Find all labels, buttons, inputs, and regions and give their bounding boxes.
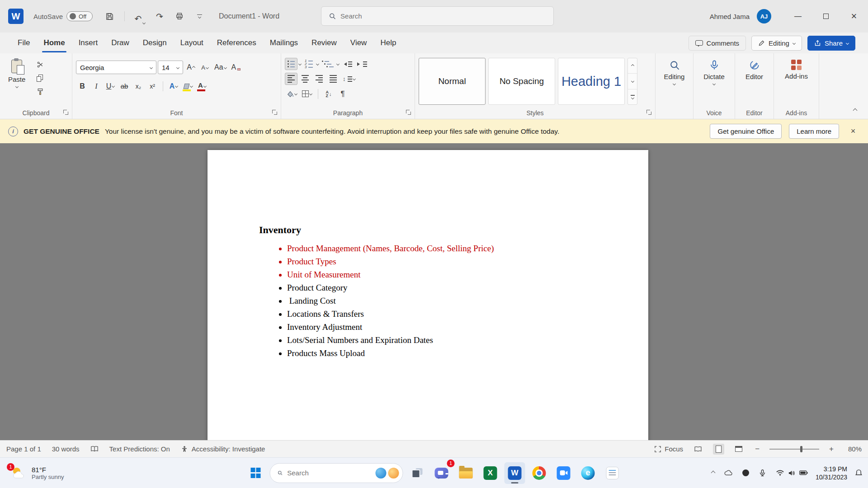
font-color-button[interactable]: A bbox=[196, 80, 208, 92]
dictate-button[interactable]: Dictate bbox=[697, 57, 731, 85]
shading-button[interactable] bbox=[285, 88, 299, 100]
align-center-button[interactable] bbox=[299, 73, 311, 85]
banner-close-button[interactable]: × bbox=[846, 125, 860, 138]
quick-print-button[interactable] bbox=[172, 9, 187, 24]
tab-review[interactable]: Review bbox=[305, 33, 344, 53]
read-mode-button[interactable] bbox=[691, 444, 705, 454]
tab-draw[interactable]: Draw bbox=[104, 33, 136, 53]
undo-button[interactable]: ↶ bbox=[132, 9, 147, 24]
paragraph-dialog-launcher[interactable] bbox=[406, 110, 411, 115]
text-predictions[interactable]: Text Predictions: On bbox=[109, 445, 170, 453]
decrease-indent-button[interactable] bbox=[340, 58, 354, 70]
autosave-toggle[interactable]: Off bbox=[66, 11, 93, 21]
tab-mailings[interactable]: Mailings bbox=[263, 33, 305, 53]
list-item[interactable]: Locations & Transfers bbox=[287, 307, 648, 320]
list-item[interactable]: Product Types bbox=[287, 255, 648, 268]
restore-button[interactable] bbox=[812, 0, 840, 33]
tab-references[interactable]: References bbox=[210, 33, 263, 53]
start-button[interactable] bbox=[245, 462, 266, 484]
clipboard-dialog-launcher[interactable] bbox=[63, 110, 69, 115]
save-button[interactable] bbox=[102, 9, 117, 24]
redo-button[interactable]: ↷ bbox=[152, 9, 167, 24]
list-item[interactable]: Product Category bbox=[287, 281, 648, 294]
zoom-level[interactable]: 80% bbox=[844, 445, 862, 453]
zoom-in-button[interactable]: + bbox=[827, 445, 835, 454]
word-count[interactable]: 30 words bbox=[52, 445, 80, 453]
tab-file[interactable]: File bbox=[11, 33, 37, 53]
bullets-button[interactable] bbox=[285, 58, 297, 70]
user-name[interactable]: Ahmed Jama bbox=[710, 13, 750, 20]
document-heading[interactable]: Inventory bbox=[259, 224, 648, 236]
word-button[interactable]: W bbox=[505, 462, 525, 484]
autosave-control[interactable]: AutoSave Off bbox=[33, 11, 93, 21]
text-effects-button[interactable]: A bbox=[167, 80, 180, 92]
styles-scroll-up-button[interactable] bbox=[628, 58, 637, 74]
align-right-button[interactable] bbox=[313, 73, 326, 85]
bullets-chevron[interactable] bbox=[298, 62, 302, 66]
borders-button[interactable] bbox=[300, 88, 314, 100]
addins-button[interactable]: Add-ins bbox=[778, 57, 815, 80]
clock[interactable]: 3:19 PM 10/31/2023 bbox=[816, 465, 847, 481]
document-page[interactable]: Inventory Product Management (Names, Bar… bbox=[208, 150, 648, 440]
styles-dialog-launcher[interactable] bbox=[646, 110, 652, 115]
line-spacing-button[interactable]: ↕ bbox=[341, 73, 357, 85]
office-search-box[interactable] bbox=[321, 6, 554, 26]
editing-mode-button[interactable]: Editing bbox=[751, 36, 802, 51]
minimize-button[interactable]: — bbox=[784, 0, 812, 33]
italic-button[interactable]: I bbox=[90, 80, 103, 92]
notification-center-button[interactable] bbox=[853, 467, 864, 479]
network-volume-battery-button[interactable] bbox=[774, 468, 810, 478]
subscript-button[interactable]: x₂ bbox=[132, 80, 145, 92]
font-dialog-launcher[interactable] bbox=[272, 110, 278, 115]
list-item[interactable]: Product Management (Names, Barcode, Cost… bbox=[287, 242, 648, 255]
microphone-tray-button[interactable] bbox=[757, 467, 768, 479]
styles-expand-button[interactable] bbox=[628, 89, 637, 104]
cut-button[interactable] bbox=[33, 59, 47, 70]
accessibility-status[interactable]: Accessibility: Investigate bbox=[181, 445, 265, 453]
collapse-ribbon-button[interactable] bbox=[849, 105, 861, 115]
bold-button[interactable]: B bbox=[76, 80, 89, 92]
excel-button[interactable]: X bbox=[480, 462, 501, 484]
onedrive-button[interactable] bbox=[722, 468, 735, 478]
file-explorer-button[interactable] bbox=[456, 462, 476, 484]
tray-overflow-button[interactable] bbox=[710, 469, 717, 476]
clear-formatting-button[interactable]: A bbox=[230, 61, 243, 74]
tab-view[interactable]: View bbox=[344, 33, 374, 53]
teams-chat-button[interactable]: 1 bbox=[431, 462, 452, 484]
copy-button[interactable] bbox=[33, 72, 47, 84]
learn-more-button[interactable]: Learn more bbox=[789, 124, 839, 139]
strikethrough-button[interactable]: ab bbox=[118, 80, 131, 92]
edge-button[interactable]: e bbox=[578, 462, 599, 484]
tab-design[interactable]: Design bbox=[136, 33, 174, 53]
zoom-slider-handle[interactable] bbox=[800, 446, 802, 452]
chrome-button[interactable] bbox=[529, 462, 550, 484]
shrink-font-button[interactable]: A bbox=[198, 61, 211, 74]
sort-button[interactable]: AZ ↓ bbox=[322, 88, 335, 100]
style-normal[interactable]: Normal bbox=[419, 58, 486, 105]
zoom-button[interactable] bbox=[553, 462, 574, 484]
taskbar-search-input[interactable] bbox=[287, 469, 371, 477]
word-app-icon[interactable]: W bbox=[8, 9, 24, 24]
web-layout-button[interactable] bbox=[732, 444, 745, 454]
zoom-out-button[interactable]: − bbox=[753, 445, 761, 454]
tab-home[interactable]: Home bbox=[37, 33, 71, 53]
change-case-button[interactable]: Aa bbox=[212, 61, 228, 74]
style-no-spacing[interactable]: No Spacing bbox=[488, 58, 555, 105]
zoom-slider[interactable] bbox=[769, 449, 819, 450]
editor-button[interactable]: Editor bbox=[739, 57, 770, 80]
show-hide-marks-button[interactable]: ¶ bbox=[336, 88, 349, 100]
numbering-button[interactable]: 1 2 3 bbox=[302, 58, 315, 70]
close-button[interactable]: × bbox=[840, 0, 868, 33]
underline-button[interactable]: U bbox=[104, 80, 117, 92]
justify-button[interactable] bbox=[327, 73, 340, 85]
notes-app-button[interactable] bbox=[602, 462, 623, 484]
superscript-button[interactable]: x² bbox=[146, 80, 159, 92]
search-input[interactable] bbox=[340, 12, 546, 20]
font-name-select[interactable]: Georgia bbox=[76, 61, 156, 74]
customize-qat-button[interactable] bbox=[192, 9, 207, 24]
multilevel-list-button[interactable] bbox=[320, 58, 335, 70]
styles-scroll-down-button[interactable] bbox=[628, 74, 637, 89]
highlight-button[interactable] bbox=[181, 80, 194, 92]
page-indicator[interactable]: Page 1 of 1 bbox=[6, 445, 41, 453]
paste-button[interactable]: Paste bbox=[4, 58, 30, 98]
